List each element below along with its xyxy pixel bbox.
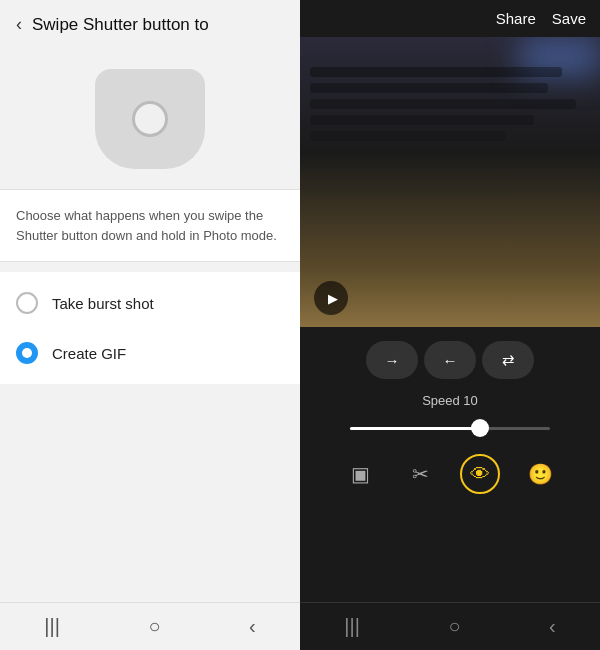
option-gif-label: Create GIF	[52, 345, 126, 362]
options-section: Take burst shot Create GIF	[0, 272, 300, 384]
page-title: Swipe Shutter button to	[32, 15, 209, 35]
slider-thumb[interactable]	[471, 419, 489, 437]
right-nav: ||| ○ ‹	[300, 602, 600, 650]
controls-section: → ← ⇄ Speed 10 ▣ ✂ 👁	[300, 327, 600, 602]
backward-button[interactable]: ←	[424, 341, 476, 379]
option-burst-label: Take burst shot	[52, 295, 154, 312]
video-line	[310, 115, 534, 125]
video-lines	[300, 67, 600, 141]
video-line	[310, 83, 548, 93]
option-gif[interactable]: Create GIF	[0, 328, 300, 378]
slider-fill	[350, 427, 480, 430]
play-icon: ▶	[328, 291, 338, 306]
direction-controls: → ← ⇄	[366, 341, 534, 379]
right-nav-home-icon[interactable]: ○	[448, 615, 460, 638]
radio-gif[interactable]	[16, 342, 38, 364]
shutter-circle-inner	[132, 101, 168, 137]
video-line	[310, 131, 506, 141]
eye-tool-button[interactable]: 👁	[460, 454, 500, 494]
right-nav-back-icon[interactable]: ‹	[549, 615, 556, 638]
video-background	[300, 37, 600, 327]
reverse-icon: ⇄	[502, 351, 515, 369]
right-panel: Share Save ▶ → ← ⇄	[300, 0, 600, 650]
sticker-tool-icon: ✂	[412, 462, 429, 486]
play-button[interactable]: ▶	[314, 281, 348, 315]
gif-tool-button[interactable]: ▣	[340, 454, 380, 494]
left-panel: ‹ Swipe Shutter button to Choose what ha…	[0, 0, 300, 650]
left-nav-recent-apps-icon[interactable]: |||	[44, 615, 60, 638]
option-burst[interactable]: Take burst shot	[0, 278, 300, 328]
video-line	[310, 67, 562, 77]
radio-gif-inner	[22, 348, 32, 358]
description-text: Choose what happens when you swipe the S…	[16, 208, 277, 243]
forward-button[interactable]: →	[366, 341, 418, 379]
save-button[interactable]: Save	[552, 10, 586, 27]
left-nav-home-icon[interactable]: ○	[148, 615, 160, 638]
share-button[interactable]: Share	[496, 10, 536, 27]
shutter-icon	[95, 69, 205, 169]
forward-icon: →	[385, 352, 400, 369]
emoji-tool-icon: 🙂	[528, 462, 553, 486]
slider-track	[350, 427, 550, 430]
right-header: Share Save	[300, 0, 600, 37]
right-nav-recent-apps-icon[interactable]: |||	[344, 615, 360, 638]
bottom-tools: ▣ ✂ 👁 🙂	[340, 454, 560, 494]
reverse-button[interactable]: ⇄	[482, 341, 534, 379]
speed-slider[interactable]	[350, 418, 550, 438]
shutter-illustration	[0, 49, 300, 189]
backward-icon: ←	[443, 352, 458, 369]
description-section: Choose what happens when you swipe the S…	[0, 189, 300, 262]
eye-tool-icon: 👁	[470, 463, 490, 486]
speed-label: Speed 10	[422, 393, 478, 408]
back-icon[interactable]: ‹	[16, 14, 22, 35]
left-header: ‹ Swipe Shutter button to	[0, 0, 300, 49]
radio-burst[interactable]	[16, 292, 38, 314]
video-preview: ▶	[300, 37, 600, 327]
gif-tool-icon: ▣	[351, 462, 370, 486]
left-nav: ||| ○ ‹	[0, 602, 300, 650]
emoji-tool-button[interactable]: 🙂	[520, 454, 560, 494]
sticker-tool-button[interactable]: ✂	[400, 454, 440, 494]
video-line	[310, 99, 576, 109]
left-nav-back-icon[interactable]: ‹	[249, 615, 256, 638]
